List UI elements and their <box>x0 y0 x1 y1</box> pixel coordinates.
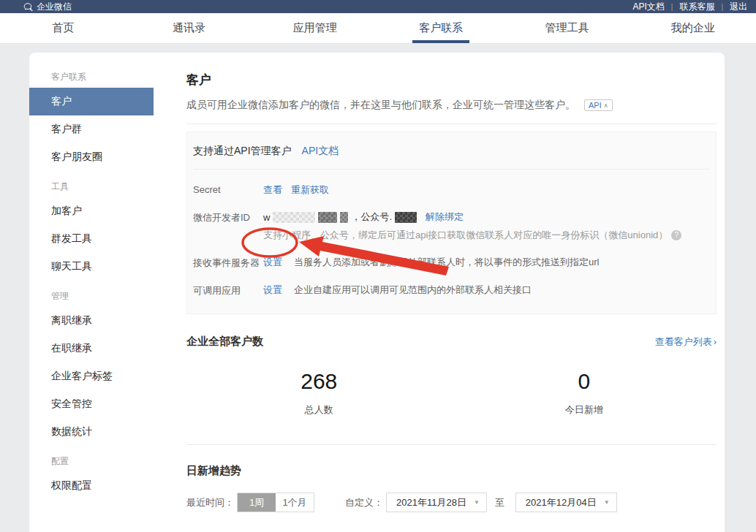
sidebar-item-customer-tags[interactable]: 企业客户标签 <box>29 362 154 390</box>
unbind-link[interactable]: 解除绑定 <box>426 210 464 224</box>
event-server-row: 接收事件服务器 设置 当服务人员添加或者删除了外部联系人时，将以事件的形式推送到… <box>193 256 710 270</box>
brand-name: 企业微信 <box>37 1 72 13</box>
api-toggle-badge[interactable]: API ∧ <box>584 99 613 111</box>
range-toggle-group: 1周 1个月 <box>237 493 314 512</box>
secret-refresh-link[interactable]: 重新获取 <box>291 183 329 197</box>
event-server-label: 接收事件服务器 <box>193 256 263 270</box>
tab-home[interactable]: 首页 <box>0 13 126 43</box>
callable-app-row: 可调用应用 设置 企业自建应用可以调用可见范围内的外部联系人相关接口 <box>193 284 710 297</box>
range-option-1month[interactable]: 1个月 <box>276 493 314 512</box>
sidebar-section-management: 管理 <box>29 281 154 307</box>
secret-view-link[interactable]: 查看 <box>263 183 282 197</box>
tab-my-enterprise[interactable]: 我的企业 <box>630 13 756 43</box>
event-server-settings-link[interactable]: 设置 <box>263 256 282 269</box>
secret-label: Secret <box>193 183 263 195</box>
tab-customer-contact[interactable]: 客户联系 <box>378 13 504 43</box>
event-server-desc: 当服务人员添加或者删除了外部联系人时，将以事件的形式推送到指定url <box>294 256 599 269</box>
sidebar-section-configuration: 配置 <box>29 446 154 472</box>
api-panel-title: 支持通过API管理客户 <box>193 145 292 158</box>
topbar-link-api-docs[interactable]: API文档 <box>632 1 664 13</box>
dev-id-prefix: w <box>263 212 270 223</box>
sidebar-item-customers[interactable]: 客户 <box>29 88 154 115</box>
stats-title: 企业全部客户数 <box>186 335 263 349</box>
main-content: 客户 成员可用企业微信添加客户的微信，并在这里与他们联系，企业可统一管理这些客户… <box>154 53 725 532</box>
topbar-separator: | <box>721 3 723 11</box>
topbar: 企业微信 API文档 | 联系客服 | 退出 <box>0 0 756 13</box>
stat-total: 268 总人数 <box>186 369 452 417</box>
callable-app-label: 可调用应用 <box>193 284 263 297</box>
brand: 企业微信 <box>23 1 72 13</box>
sidebar-item-security-control[interactable]: 安全管控 <box>29 390 154 418</box>
redacted-block <box>340 212 348 223</box>
section-divider <box>186 123 717 124</box>
sidebar-item-customer-groups[interactable]: 客户群 <box>29 115 154 143</box>
sidebar-item-permission-config[interactable]: 权限配置 <box>29 472 154 500</box>
dev-id-mid-text: ，公众号. <box>351 210 392 224</box>
custom-range-label: 自定义： <box>345 496 383 509</box>
sidebar-item-active-inheritance[interactable]: 在职继承 <box>29 335 154 362</box>
date-to-value: 2021年12月04日 <box>526 496 597 509</box>
range-option-1week[interactable]: 1周 <box>238 493 276 512</box>
stat-total-value: 268 <box>186 369 452 394</box>
tab-management-tools[interactable]: 管理工具 <box>504 13 630 43</box>
callable-app-settings-link[interactable]: 设置 <box>263 284 282 297</box>
api-docs-link[interactable]: API文档 <box>302 145 339 158</box>
date-between-label: 至 <box>495 496 504 509</box>
help-question-icon[interactable]: ? <box>671 230 681 240</box>
stat-today-new-value: 0 <box>452 369 717 394</box>
sidebar-section-customer-contact: 客户联系 <box>29 61 154 88</box>
main-navbar: 首页 通讯录 应用管理 客户联系 管理工具 我的企业 <box>0 13 756 44</box>
view-customer-list-link[interactable]: 查看客户列表 › <box>655 335 717 349</box>
date-from-value: 2021年11月28日 <box>396 496 466 509</box>
callable-app-desc: 企业自建应用可以调用可见范围内的外部联系人相关接口 <box>294 284 532 297</box>
sidebar-item-customer-moments[interactable]: 客户朋友圈 <box>29 143 154 171</box>
sidebar-item-data-statistics[interactable]: 数据统计 <box>29 418 154 446</box>
topbar-separator: | <box>671 3 673 11</box>
sidebar-item-resigned-inheritance[interactable]: 离职继承 <box>29 307 154 335</box>
sidebar-item-chat-tool[interactable]: 聊天工具 <box>29 253 154 281</box>
wecom-logo-icon <box>23 2 33 12</box>
stat-today-new: 0 今日新增 <box>452 369 717 417</box>
chevron-down-icon: ▼ <box>474 499 480 506</box>
secret-row: Secret 查看 重新获取 <box>193 183 710 197</box>
chevron-up-icon: ∧ <box>604 102 608 109</box>
date-from-select[interactable]: 2021年11月28日 ▼ <box>386 493 487 512</box>
dev-id-note: 支持小程序、公众号，绑定后可通过api接口获取微信联系人对应的唯一身份标识（微信… <box>263 229 668 242</box>
sidebar-item-add-customer[interactable]: 加客户 <box>29 197 154 225</box>
page-description: 成员可用企业微信添加客户的微信，并在这里与他们联系，企业可统一管理这些客户。 <box>186 99 575 112</box>
sidebar-item-bulk-message-tool[interactable]: 群发工具 <box>29 225 154 253</box>
view-customer-list-label: 查看客户列表 <box>655 335 712 349</box>
wechat-dev-id-row: 微信开发者ID w ，公众号. 解除绑定 支持小程序、公众号，绑定后可通过api… <box>193 210 710 242</box>
chevron-right-icon: › <box>714 336 717 347</box>
stat-today-new-label: 今日新增 <box>452 403 717 417</box>
trend-title: 日新增趋势 <box>186 464 717 478</box>
topbar-links: API文档 | 联系客服 | 退出 <box>632 1 747 13</box>
sidebar-section-tools: 工具 <box>29 171 154 197</box>
api-settings-panel: 支持通过API管理客户 API文档 Secret 查看 重新获取 微信开发者ID… <box>186 132 717 314</box>
section-divider <box>186 444 717 445</box>
redacted-block <box>395 212 417 223</box>
topbar-link-logout[interactable]: 退出 <box>730 1 747 13</box>
chevron-down-icon: ▼ <box>604 499 610 506</box>
range-label: 最近时间： <box>186 496 234 509</box>
wechat-dev-id-label: 微信开发者ID <box>193 210 263 224</box>
redacted-block <box>318 212 337 223</box>
date-to-select[interactable]: 2021年12月04日 ▼ <box>515 493 617 512</box>
tab-app-management[interactable]: 应用管理 <box>252 13 378 43</box>
content-card: 客户联系 客户 客户群 客户朋友圈 工具 加客户 群发工具 聊天工具 管理 离职… <box>29 53 725 532</box>
page-title: 客户 <box>186 72 717 88</box>
sidebar: 客户联系 客户 客户群 客户朋友圈 工具 加客户 群发工具 聊天工具 管理 离职… <box>29 53 154 532</box>
tab-contacts[interactable]: 通讯录 <box>126 13 252 43</box>
redacted-block <box>273 212 315 223</box>
topbar-link-contact-support[interactable]: 联系客服 <box>679 1 714 13</box>
api-badge-label: API <box>589 101 602 110</box>
stat-total-label: 总人数 <box>186 403 452 417</box>
